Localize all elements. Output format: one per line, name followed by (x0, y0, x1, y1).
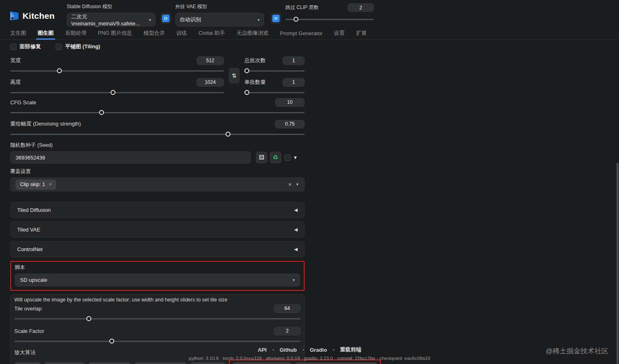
accordion-label: Tiled Diffusion (17, 207, 51, 213)
tab-item[interactable]: 模型合并 (144, 27, 165, 40)
scale-factor-label: Scale Factor (14, 328, 44, 334)
width-slider[interactable] (10, 68, 224, 74)
slider-track[interactable] (285, 19, 374, 20)
cfg-slider[interactable] (10, 110, 305, 115)
vae-dropdown[interactable]: 自动识别 ▾ (175, 13, 264, 27)
reuse-seed-button[interactable]: ♻ (270, 152, 281, 163)
batch-count-value[interactable]: 1 (282, 56, 305, 65)
accordion-header[interactable]: Tiled Diffusion◀ (10, 202, 305, 218)
random-seed-button[interactable]: ⚄ (256, 152, 267, 163)
accordion-header[interactable]: ControlNet◀ (10, 241, 305, 257)
tile-overlap-value[interactable]: 64 (274, 304, 300, 313)
batch-size-slider[interactable] (244, 90, 305, 95)
slider-track[interactable] (14, 341, 300, 342)
slider-handle[interactable] (226, 132, 230, 137)
tab-item[interactable]: 后期处理 (65, 27, 86, 40)
sd-model-dropdown[interactable]: 二次元\meinamix_meinaV9.safete... ▾ (67, 13, 156, 27)
checkbox-icon[interactable] (56, 44, 62, 50)
checkbox-icon[interactable] (10, 44, 16, 50)
upscaler-option[interactable]: R-ESRGAN 4x+ (232, 362, 292, 364)
width-value[interactable]: 512 (197, 56, 224, 65)
vertical-scrollbar[interactable] (617, 163, 619, 364)
slider-track[interactable] (14, 318, 300, 319)
clip-skip-value[interactable]: 2 (348, 3, 374, 12)
face-restore-checkbox[interactable]: 面部修复 (10, 43, 41, 50)
tab-item[interactable]: Prompt Generator (280, 27, 323, 40)
slider-track[interactable] (10, 134, 305, 135)
slider-track[interactable] (10, 112, 305, 113)
denoising-slider[interactable] (10, 132, 305, 137)
height-value[interactable]: 1024 (197, 78, 224, 87)
tile-overlap-slider[interactable] (14, 316, 300, 321)
upscale-info-text: Will upscale the image by the selected s… (14, 297, 300, 303)
chip-remove-icon[interactable]: × (49, 182, 52, 187)
height-slider[interactable] (10, 90, 224, 95)
slider-handle[interactable] (109, 339, 114, 344)
clip-skip-slider[interactable] (285, 17, 374, 22)
swap-arrows-icon: ⇅ (232, 72, 237, 79)
cfg-value[interactable]: 10 (275, 98, 305, 107)
swap-dimensions-button[interactable]: ⇅ (229, 68, 239, 83)
script-dropdown[interactable]: SD upscale ▾ (15, 274, 300, 286)
footer-link[interactable]: Github (280, 347, 297, 353)
upscaler-option[interactable]: R-ESRGAN 4x+ Anime6B (295, 362, 377, 364)
seed-input[interactable]: 3693652438 (10, 151, 251, 164)
batch-count-slider[interactable] (244, 68, 305, 74)
slider-handle[interactable] (57, 68, 62, 73)
tab-item[interactable]: PNG 图片信息 (98, 27, 132, 40)
height-label: 高度 (10, 79, 21, 86)
slider-track[interactable] (244, 70, 305, 72)
slider-handle[interactable] (294, 17, 298, 22)
upscaler-option[interactable]: 近邻插值 (88, 362, 131, 364)
tab-item[interactable]: 设置 (334, 27, 345, 40)
slider-track[interactable] (10, 92, 224, 93)
footer-link[interactable]: 重载前端 (340, 346, 361, 353)
upscaler-option[interactable]: ESRGAN_4x (134, 362, 187, 364)
tab-item[interactable]: 图生图 (38, 27, 54, 40)
scale-factor-value[interactable]: 2 (274, 327, 300, 335)
slider-handle[interactable] (244, 68, 249, 73)
footer-link[interactable]: Gradio (310, 347, 327, 353)
slider-handle[interactable] (244, 90, 249, 95)
seed-extra-checkbox[interactable] (285, 155, 291, 161)
tab-item[interactable]: 文生图 (10, 27, 26, 40)
refresh-sd-model-button[interactable]: ⟳ (160, 13, 171, 24)
chevron-down-icon[interactable]: ▼ (296, 182, 299, 186)
slider-track[interactable] (10, 70, 224, 72)
batch-size-label: 单批数量 (244, 79, 266, 86)
tab-item[interactable]: 扩展 (356, 27, 367, 40)
collapse-arrow-icon: ◀ (294, 207, 298, 213)
tab-item[interactable]: 训练 (176, 27, 187, 40)
refresh-vae-button[interactable]: ⟳ (271, 13, 281, 24)
seed-dropdown-arrow-icon[interactable]: ▼ (293, 155, 298, 160)
scale-factor-slider[interactable] (14, 339, 300, 344)
footer-link[interactable]: API (258, 347, 267, 353)
denoising-value[interactable]: 0.75 (275, 120, 305, 128)
batch-count-label: 总批次数 (244, 57, 266, 64)
slider-track[interactable] (244, 92, 305, 93)
tab-item[interactable]: Civitai 助手 (199, 27, 225, 40)
override-label: 覆盖设置 (10, 168, 305, 175)
chevron-down-icon: ▾ (293, 278, 295, 282)
override-settings-dropdown[interactable]: Clip skip: 1 × × ▼ (10, 178, 305, 191)
footer-separator: • (272, 347, 274, 352)
script-label: 脚本 (15, 264, 300, 271)
upscaler-option[interactable]: Lanczos (44, 362, 85, 364)
accordion-header[interactable]: Tiled VAE◀ (10, 221, 305, 238)
slider-handle[interactable] (99, 110, 104, 115)
slider-handle[interactable] (111, 90, 115, 95)
refresh-icon: ⟳ (272, 15, 280, 22)
upscaler-option[interactable]: LDSR (190, 362, 226, 364)
tiling-checkbox[interactable]: 平铺图 (Tiling) (56, 43, 100, 50)
upscaler-option[interactable]: 无 (14, 362, 41, 364)
tab-item[interactable]: 无边图像浏览 (237, 27, 269, 40)
override-chip[interactable]: Clip skip: 1 × (16, 180, 56, 190)
width-label: 宽度 (10, 57, 21, 64)
batch-size-value[interactable]: 1 (282, 78, 305, 87)
slider-handle[interactable] (86, 316, 91, 321)
footer-separator: • (303, 347, 304, 352)
clear-all-icon[interactable]: × (288, 181, 291, 188)
dice-icon: ⚄ (259, 154, 264, 161)
img2img-settings-panel: 面部修复 平铺图 (Tiling) 宽度 512 高度 1024 (10, 43, 305, 364)
app-title: Kitchen (23, 11, 54, 21)
